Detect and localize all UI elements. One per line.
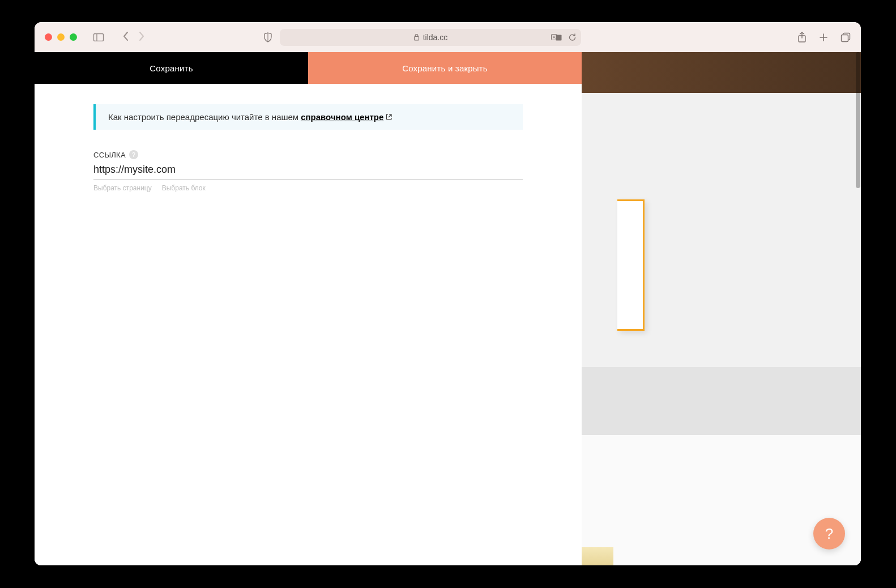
address-bar[interactable]: tilda.cc A	[280, 29, 581, 46]
vertical-scrollbar[interactable]	[856, 52, 860, 188]
link-field-label-row: ССЫЛКА ?	[93, 150, 523, 159]
choose-block-link[interactable]: Выбрать блок	[162, 184, 206, 192]
reload-icon[interactable]	[568, 33, 577, 42]
save-close-label: Сохранить и закрыть	[402, 63, 488, 73]
svg-rect-2	[414, 37, 419, 41]
svg-rect-4	[556, 35, 562, 40]
save-button[interactable]: Сохранить	[35, 52, 308, 84]
privacy-shield-button[interactable]	[263, 32, 272, 42]
chevron-left-icon	[122, 31, 129, 41]
help-fab-label: ?	[825, 525, 833, 543]
forward-button[interactable]	[138, 31, 145, 43]
panel-body: Как настроить переадресацию читайте в на…	[35, 84, 582, 192]
help-center-link[interactable]: справочном центре	[301, 112, 392, 122]
info-text: Как настроить переадресацию читайте в на…	[108, 112, 298, 122]
window-controls	[45, 33, 77, 41]
shield-icon	[263, 32, 272, 42]
settings-panel: Сохранить Сохранить и закрыть Как настро…	[35, 52, 582, 565]
share-icon[interactable]	[797, 32, 807, 43]
nav-arrow-group	[122, 31, 145, 43]
browser-window: tilda.cc A	[35, 22, 861, 565]
sidebar-toggle-button[interactable]	[93, 33, 104, 42]
address-host: tilda.cc	[423, 33, 448, 42]
sidebar-icon	[93, 33, 104, 41]
help-tooltip-icon[interactable]: ?	[129, 150, 138, 159]
right-toolbar	[797, 32, 851, 43]
chevron-right-icon	[138, 31, 145, 41]
svg-rect-8	[842, 35, 848, 41]
svg-rect-0	[94, 33, 104, 41]
new-tab-icon[interactable]	[819, 33, 828, 42]
maximize-window-icon[interactable]	[70, 33, 77, 41]
page-content: Сохранить Сохранить и закрыть Как настро…	[35, 52, 861, 565]
choose-page-link[interactable]: Выбрать страницу	[93, 184, 152, 192]
info-notice: Как настроить переадресацию читайте в на…	[93, 104, 523, 130]
help-fab-button[interactable]: ?	[813, 518, 845, 549]
external-link-icon	[386, 114, 392, 120]
browser-toolbar: tilda.cc A	[35, 22, 861, 52]
address-actions: A	[551, 33, 577, 42]
tabs-overview-icon[interactable]	[840, 32, 851, 42]
link-field-label: ССЫЛКА	[93, 151, 126, 159]
back-button[interactable]	[122, 31, 129, 43]
link-url-input[interactable]	[93, 159, 523, 180]
selected-block-outline	[617, 199, 645, 331]
sub-link-row: Выбрать страницу Выбрать блок	[93, 184, 523, 192]
minimize-window-icon[interactable]	[57, 33, 65, 41]
help-center-link-text: справочном центре	[301, 112, 383, 122]
translate-icon[interactable]: A	[551, 33, 562, 41]
save-label: Сохранить	[150, 63, 193, 73]
svg-text:A: A	[553, 35, 556, 39]
close-window-icon[interactable]	[45, 33, 52, 41]
lock-icon	[413, 33, 420, 41]
link-field-group: ССЫЛКА ? Выбрать страницу Выбрать блок	[93, 150, 523, 192]
save-and-close-button[interactable]: Сохранить и закрыть	[308, 52, 582, 84]
panel-action-bar: Сохранить Сохранить и закрыть	[35, 52, 582, 84]
